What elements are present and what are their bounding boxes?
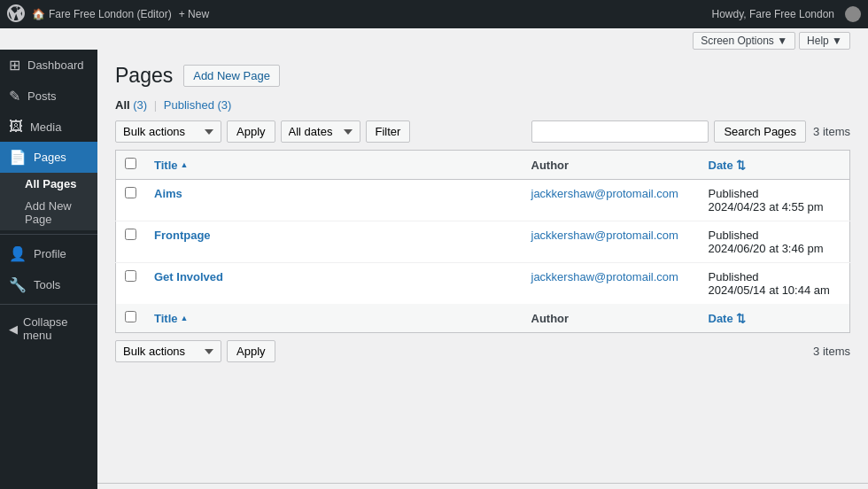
pages-table: Title Author Date ⇅ bbox=[115, 150, 850, 333]
profile-icon: 👤 bbox=[9, 245, 27, 262]
col-footer-checkbox bbox=[116, 304, 146, 333]
row-author-cell: jackkershaw@protomail.com bbox=[523, 221, 700, 263]
filter-all-label: All bbox=[115, 98, 130, 112]
row-date-0: 2024/04/23 at 4:55 pm bbox=[709, 200, 824, 213]
table-body: Aims jackkershaw@protomail.com Published… bbox=[116, 180, 850, 305]
collapse-label: Collapse menu bbox=[23, 315, 89, 342]
sidebar-pages-submenu: All Pages Add New Page bbox=[0, 173, 97, 230]
col-footer-date: Date ⇅ bbox=[700, 304, 850, 333]
tools-icon: 🔧 bbox=[9, 276, 27, 293]
sidebar-item-media[interactable]: 🖼 Media bbox=[0, 112, 97, 142]
col-header-author: Author bbox=[523, 151, 700, 180]
search-pages-input[interactable] bbox=[531, 120, 709, 143]
table-footer-row: Title Author Date ⇅ bbox=[116, 304, 850, 333]
screen-options-button[interactable]: Screen Options ▼ bbox=[693, 32, 795, 50]
topbar-right: Howdy, Fare Free London bbox=[711, 6, 861, 22]
sidebar-item-tools[interactable]: 🔧 Tools bbox=[0, 269, 97, 300]
row-status-1: Published bbox=[709, 229, 759, 242]
sort-date-arrow-footer-icon: ⇅ bbox=[736, 312, 746, 325]
row-checkbox-1[interactable] bbox=[125, 229, 136, 240]
row-date-cell: Published 2024/05/14 at 10:44 am bbox=[700, 263, 850, 305]
filter-links: All (3) | Published (3) bbox=[115, 98, 850, 112]
add-new-page-button[interactable]: Add New Page bbox=[183, 65, 280, 87]
sidebar-item-dashboard[interactable]: ⊞ Dashboard bbox=[0, 50, 97, 81]
author-link-2[interactable]: jackkershaw@protomail.com bbox=[531, 270, 678, 283]
main-layout: ⊞ Dashboard ✎ Posts 🖼 Media 📄 Pages All … bbox=[0, 50, 868, 489]
col-footer-title: Title bbox=[145, 304, 523, 333]
row-date-cell: Published 2024/06/20 at 3:46 pm bbox=[700, 221, 850, 263]
sort-date-footer-link[interactable]: Date ⇅ bbox=[709, 312, 841, 325]
row-checkbox-0[interactable] bbox=[125, 187, 136, 198]
sidebar-item-label: Media bbox=[30, 120, 61, 134]
sidebar-item-label: Profile bbox=[34, 247, 66, 260]
posts-icon: ✎ bbox=[9, 88, 20, 105]
row-date-2: 2024/05/14 at 10:44 am bbox=[709, 283, 830, 297]
dashboard-icon: ⊞ bbox=[9, 57, 20, 74]
sidebar-item-label: Posts bbox=[27, 89, 57, 103]
col-footer-author: Author bbox=[523, 304, 700, 333]
sidebar-item-posts[interactable]: ✎ Posts bbox=[0, 81, 97, 112]
page-title-link-1[interactable]: Frontpage bbox=[154, 229, 211, 242]
sidebar-sub-all-pages[interactable]: All Pages bbox=[0, 173, 97, 195]
apply-bottom-button[interactable]: Apply bbox=[227, 340, 275, 362]
screen-options-bar: Screen Options ▼ Help ▼ bbox=[0, 28, 868, 50]
date-filter-select[interactable]: All dates bbox=[281, 120, 360, 143]
bulk-actions-select[interactable]: Bulk actions Edit Move to Trash bbox=[115, 120, 221, 143]
howdy-text: Howdy, Fare Free London bbox=[711, 8, 834, 20]
site-name[interactable]: 🏠 Fare Free London (Editor) bbox=[32, 8, 172, 20]
topbar-left: 🏠 Fare Free London (Editor) + New bbox=[7, 4, 209, 25]
tablenav-left: Bulk actions Edit Move to Trash Apply Al… bbox=[115, 120, 410, 143]
sort-date-link[interactable]: Date ⇅ bbox=[709, 159, 841, 172]
pages-icon: 📄 bbox=[9, 149, 27, 166]
table-row: Aims jackkershaw@protomail.com Published… bbox=[116, 180, 850, 221]
page-title-link-0[interactable]: Aims bbox=[154, 187, 182, 200]
col-header-title: Title bbox=[145, 151, 523, 180]
tablenav-bottom: Bulk actions Edit Move to Trash Apply 3 … bbox=[115, 340, 850, 362]
sidebar-divider bbox=[0, 234, 97, 235]
sidebar-item-pages[interactable]: 📄 Pages bbox=[0, 142, 97, 173]
media-icon: 🖼 bbox=[9, 119, 23, 135]
items-count-bottom: 3 items bbox=[813, 345, 850, 358]
collapse-menu-button[interactable]: ◀ Collapse menu bbox=[0, 308, 97, 349]
sort-title-footer-link[interactable]: Title bbox=[154, 312, 514, 325]
row-author-cell: jackkershaw@protomail.com bbox=[523, 180, 700, 221]
filter-all-link[interactable]: All (3) bbox=[115, 98, 151, 112]
collapse-icon: ◀ bbox=[9, 322, 18, 336]
bulk-actions-bottom-select[interactable]: Bulk actions Edit Move to Trash bbox=[115, 340, 221, 362]
avatar[interactable] bbox=[845, 6, 861, 22]
wp-logo-icon[interactable] bbox=[7, 4, 25, 25]
apply-button[interactable]: Apply bbox=[227, 120, 275, 143]
sidebar-sub-add-new-page[interactable]: Add New Page bbox=[0, 195, 97, 230]
author-link-0[interactable]: jackkershaw@protomail.com bbox=[531, 187, 678, 200]
filter-button[interactable]: Filter bbox=[366, 120, 411, 143]
page-heading: Pages Add New Page bbox=[115, 64, 850, 88]
row-status-0: Published bbox=[709, 187, 759, 200]
help-button[interactable]: Help ▼ bbox=[799, 32, 850, 50]
help-arrow-icon: ▼ bbox=[832, 35, 842, 47]
sort-title-link[interactable]: Title bbox=[154, 159, 514, 172]
page-title: Pages bbox=[115, 64, 173, 88]
table-header-row: Title Author Date ⇅ bbox=[116, 151, 850, 180]
filter-sep: | bbox=[154, 98, 157, 112]
footer: Thank you for creating with WordPress. V… bbox=[97, 483, 868, 489]
page-title-link-2[interactable]: Get Involved bbox=[154, 270, 223, 283]
row-status-2: Published bbox=[709, 270, 759, 283]
tablenav-top: Bulk actions Edit Move to Trash Apply Al… bbox=[115, 120, 850, 143]
author-link-1[interactable]: jackkershaw@protomail.com bbox=[531, 229, 678, 242]
row-checkbox-cell bbox=[116, 180, 146, 221]
sidebar-divider-2 bbox=[0, 304, 97, 305]
sidebar-item-profile[interactable]: 👤 Profile bbox=[0, 238, 97, 269]
new-item-button[interactable]: + New bbox=[179, 8, 209, 20]
tablenav-right-area: Search Pages 3 items bbox=[531, 120, 850, 143]
table-row: Get Involved jackkershaw@protomail.com P… bbox=[116, 263, 850, 305]
search-bar: Search Pages bbox=[531, 120, 806, 143]
select-all-footer-checkbox[interactable] bbox=[125, 311, 136, 322]
col-header-date: Date ⇅ bbox=[700, 151, 850, 180]
sidebar-item-label: Dashboard bbox=[27, 58, 84, 72]
sidebar-item-label: Tools bbox=[34, 278, 60, 291]
search-pages-button[interactable]: Search Pages bbox=[714, 120, 806, 143]
filter-published-link[interactable]: Published (3) bbox=[164, 98, 232, 112]
admin-topbar: 🏠 Fare Free London (Editor) + New Howdy,… bbox=[0, 0, 868, 28]
row-checkbox-2[interactable] bbox=[125, 270, 136, 282]
select-all-checkbox[interactable] bbox=[125, 158, 136, 169]
